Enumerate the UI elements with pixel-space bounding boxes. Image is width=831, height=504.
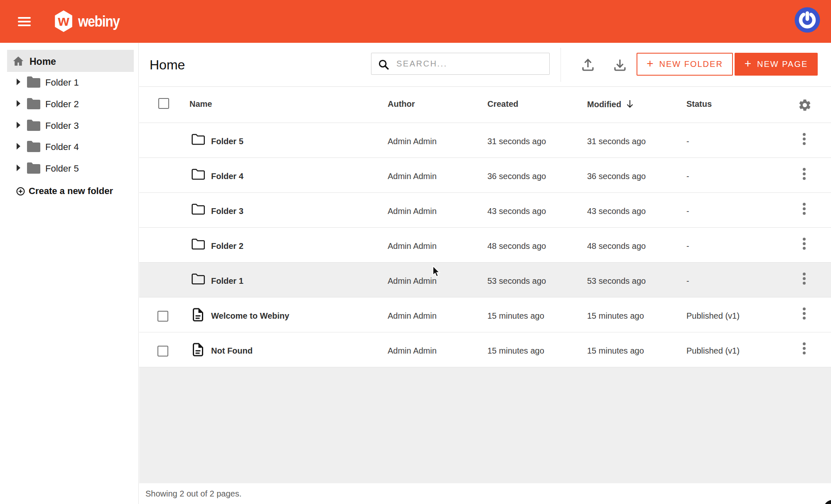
svg-text:w: w — [57, 12, 69, 29]
